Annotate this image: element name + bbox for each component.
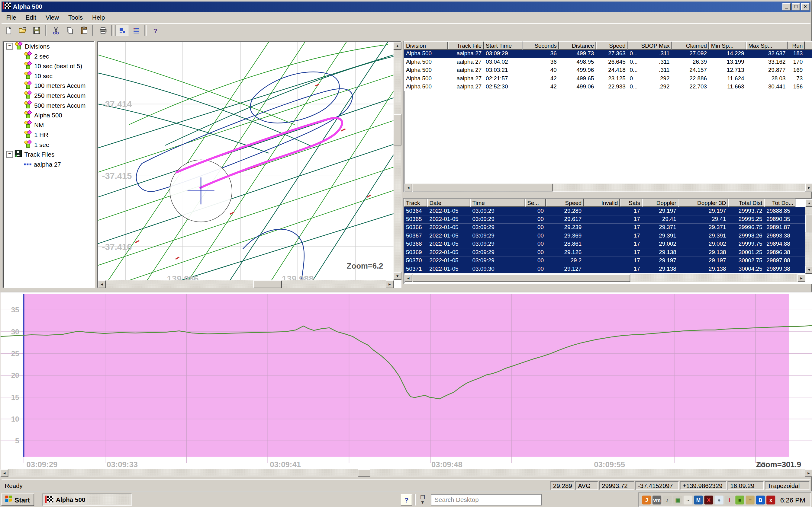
column-header[interactable] [805,41,812,50]
column-header[interactable]: Start Time [484,41,523,50]
tree-item-2-sec[interactable]: 2 sec [3,51,94,61]
new-button[interactable] [2,25,15,36]
save-button[interactable] [30,25,43,36]
column-header[interactable]: Se... [525,199,546,207]
magnifier-icon[interactable]: ● [715,495,723,504]
column-header[interactable]: Date [427,199,470,207]
points-row[interactable]: 503662022-01-0503:09:290029.2391729.3712… [404,224,806,232]
map-vscroll-bar[interactable]: ▲▼ [394,42,401,280]
column-header[interactable]: Division [404,41,448,50]
scroll-down-arrow[interactable]: ▼ [805,266,812,274]
copy-button[interactable] [63,25,76,36]
column-header[interactable]: Time [470,199,525,207]
tree-item-alpha-500[interactable]: Alpha 500 [3,110,94,120]
column-header[interactable]: Tot Do... [764,199,795,207]
tree-node-track-files[interactable]: −Track Files [3,150,94,159]
taskbar-task-alpha500[interactable]: Alpha 500 [43,494,132,506]
tree-item-100-meters-accum[interactable]: 100 meters Accum [3,80,94,91]
column-header[interactable]: SDOP Max [628,41,672,50]
user-alert-icon[interactable]: i [725,495,734,504]
collapse-toggle[interactable]: − [6,43,13,50]
speed-chart[interactable]: 510152025303503:09:2903:09:3303:09:4103:… [1,292,812,469]
print-button[interactable] [96,25,109,36]
tree-item-aalpha-27[interactable]: aalpha 27 [3,159,94,169]
scroll-right-arrow[interactable]: ► [805,184,812,192]
column-header[interactable]: Doppler [642,199,678,207]
collapse-toggle[interactable]: − [6,151,13,158]
menu-tools[interactable]: Tools [64,12,88,23]
column-header[interactable]: Speed [596,41,628,50]
chart-hscroll-bar[interactable]: ◄► [1,469,812,477]
menu-help[interactable]: Help [87,12,109,23]
scroll-thumb[interactable] [413,184,553,192]
runs-row[interactable]: Alpha 500aalpha 2702:52:3042499.0622.933… [404,83,812,91]
runs-hscroll-bar[interactable]: ◄► [404,184,812,192]
vmware-icon[interactable]: vm [653,495,661,504]
points-row[interactable]: 503712022-01-0503:09:300029.1271729.1382… [404,265,806,273]
runs-row[interactable]: Alpha 500aalpha 2703:03:2140499.9624.418… [404,66,812,74]
close-button[interactable]: × [801,3,809,10]
tree-item-nm[interactable]: NM [3,120,94,130]
column-header[interactable]: Seconds [523,41,559,50]
column-header[interactable]: Track File [448,41,484,50]
scroll-left-arrow[interactable]: ◄ [1,469,8,477]
maximize-button[interactable]: □ [792,3,800,10]
chart-horizontal-scrollbar[interactable]: ◄► [1,469,812,477]
keyboard-lock-icon[interactable]: ≡ [746,495,755,504]
points-row[interactable]: 503702022-01-0503:09:290029.21729.19729.… [404,257,806,265]
scroll-right-arrow[interactable]: ► [798,274,805,282]
scroll-thumb[interactable] [805,215,812,232]
java-icon[interactable]: J [642,495,651,504]
column-header[interactable]: Invalid [583,199,620,207]
scroll-thumb[interactable] [394,114,401,146]
column-header[interactable]: Min Sp... [709,41,746,50]
search-desktop-input[interactable]: Search Desktop [431,494,542,506]
runs-row[interactable]: Alpha 500aalpha 2703:04:0236498.9526.645… [404,58,812,66]
scroll-down-arrow[interactable]: ▼ [394,272,401,280]
scroll-up-arrow[interactable]: ▲ [394,42,401,50]
tree-item-250-meters-accum[interactable]: 250 meters Accum [3,91,94,101]
card-reader-icon[interactable]: ▣ [673,495,682,504]
open-button[interactable] [16,25,29,36]
package-icon[interactable]: ■ [735,495,744,504]
column-header[interactable]: Max Sp... [746,41,788,50]
tree-item-1-hr[interactable]: 1 HR [3,130,94,140]
scroll-left-arrow[interactable]: ◄ [98,280,106,288]
title-bar[interactable]: Alpha 500 _ □ × [2,1,810,12]
cut-button[interactable] [49,25,62,36]
table-view-button[interactable] [130,25,143,36]
points-hscroll-bar[interactable]: ◄► [404,274,805,282]
tree-node-divisions[interactable]: −Divisions [3,41,94,51]
volume-icon[interactable]: ♪ [663,495,671,504]
afterburner-icon[interactable]: X [704,495,713,504]
minimize-button[interactable]: _ [782,3,791,10]
bluetooth-icon[interactable]: B [756,495,765,504]
map-hscroll-bar[interactable]: ◄► [98,280,394,288]
points-row[interactable]: 503642022-01-0503:09:290029.2891729.1972… [404,207,806,215]
column-header[interactable]: Claimed [671,41,709,50]
mouse-icon[interactable]: ~ [683,495,692,504]
tree-item-1-sec[interactable]: 1 sec [3,140,94,150]
points-vscroll-bar[interactable]: ▲▼ [805,199,812,274]
points-row[interactable]: 503652022-01-0503:09:290029.6171729.4129… [404,215,806,223]
map-view-button[interactable] [115,25,129,36]
points-row[interactable]: 503692022-01-0503:09:290029.1261729.1382… [404,248,806,257]
desktop-help-icon[interactable]: ? [401,494,412,506]
column-header[interactable]: Speed [546,199,583,207]
points-row[interactable]: 503682022-01-0503:09:290028.8611729.0022… [404,240,806,248]
menu-view[interactable]: View [41,12,63,23]
points-row[interactable]: 503672022-01-0503:09:290029.3691729.3912… [404,232,806,240]
column-header[interactable]: Run [788,41,805,50]
paste-button[interactable] [77,25,90,36]
menu-file[interactable]: File [2,12,21,23]
tree-item-10-sec-best-of-5-[interactable]: 10 sec (best of 5) [3,61,94,71]
scroll-left-arrow[interactable]: ◄ [404,274,412,282]
column-header[interactable]: Track [404,199,427,207]
tree-item-10-sec[interactable]: 10 sec [3,71,94,81]
start-button[interactable]: Start [1,494,34,506]
column-header[interactable]: Total Dist [728,199,764,207]
column-header[interactable]: Distance [559,41,596,50]
runs-row[interactable]: Alpha 500aalpha 2702:21:5742499.6523.125… [404,74,812,83]
runs-row[interactable]: Alpha 500aalpha 2703:09:2936499.7327.363… [404,50,812,58]
menu-edit[interactable]: Edit [21,12,41,23]
